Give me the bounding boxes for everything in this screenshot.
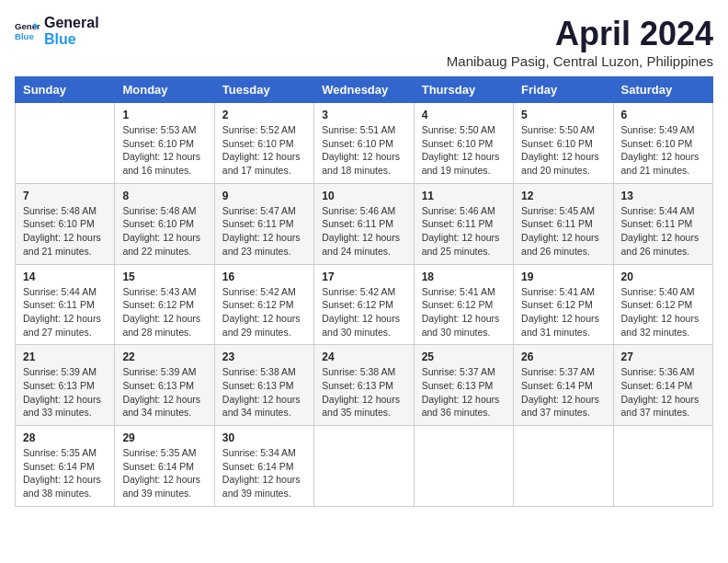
sunset: Sunset: 6:12 PM bbox=[422, 299, 494, 310]
sunrise: Sunrise: 5:43 AM bbox=[122, 286, 196, 297]
sunset: Sunset: 6:12 PM bbox=[521, 299, 593, 310]
sunrise: Sunrise: 5:51 AM bbox=[322, 124, 395, 135]
day-number: 1 bbox=[122, 109, 206, 121]
title-block: April 2024 Manibaug Pasig, Central Luzon… bbox=[447, 15, 713, 69]
header-cell-saturday: Saturday bbox=[613, 77, 712, 103]
daylight: Daylight: 12 hours and 34 minutes. bbox=[122, 394, 200, 419]
day-number: 10 bbox=[322, 190, 405, 202]
daylight: Daylight: 12 hours and 39 minutes. bbox=[122, 474, 200, 499]
day-number: 19 bbox=[521, 270, 605, 283]
day-number: 4 bbox=[422, 109, 506, 121]
day-number: 25 bbox=[422, 350, 506, 363]
day-info: Sunrise: 5:35 AM Sunset: 6:14 PM Dayligh… bbox=[23, 446, 107, 500]
daylight: Daylight: 12 hours and 37 minutes. bbox=[621, 394, 700, 419]
sunrise: Sunrise: 5:37 AM bbox=[521, 366, 595, 377]
day-number: 26 bbox=[521, 350, 605, 363]
calendar-cell: 2 Sunrise: 5:52 AM Sunset: 6:10 PM Dayli… bbox=[214, 103, 313, 184]
calendar-cell: 15 Sunrise: 5:43 AM Sunset: 6:12 PM Dayl… bbox=[115, 264, 214, 345]
calendar-table: SundayMondayTuesdayWednesdayThursdayFrid… bbox=[15, 76, 713, 507]
daylight: Daylight: 12 hours and 21 minutes. bbox=[621, 151, 700, 176]
sunrise: Sunrise: 5:44 AM bbox=[23, 286, 97, 297]
daylight: Daylight: 12 hours and 24 minutes. bbox=[322, 232, 400, 257]
sunset: Sunset: 6:14 PM bbox=[222, 461, 294, 472]
logo-line1: General bbox=[44, 15, 99, 31]
sunrise: Sunrise: 5:50 AM bbox=[422, 124, 495, 135]
header-row: SundayMondayTuesdayWednesdayThursdayFrid… bbox=[16, 77, 713, 103]
calendar-cell: 6 Sunrise: 5:49 AM Sunset: 6:10 PM Dayli… bbox=[613, 103, 712, 184]
sunset: Sunset: 6:10 PM bbox=[322, 138, 393, 149]
day-number: 29 bbox=[122, 431, 206, 444]
sunset: Sunset: 6:10 PM bbox=[222, 138, 294, 149]
daylight: Daylight: 12 hours and 30 minutes. bbox=[322, 313, 400, 338]
day-info: Sunrise: 5:46 AM Sunset: 6:11 PM Dayligh… bbox=[422, 204, 506, 259]
calendar-cell: 24 Sunrise: 5:38 AM Sunset: 6:13 PM Dayl… bbox=[314, 345, 414, 426]
sunrise: Sunrise: 5:46 AM bbox=[322, 205, 395, 216]
calendar-cell bbox=[613, 426, 712, 507]
daylight: Daylight: 12 hours and 27 minutes. bbox=[23, 313, 101, 338]
daylight: Daylight: 12 hours and 19 minutes. bbox=[422, 151, 500, 176]
sunrise: Sunrise: 5:34 AM bbox=[222, 447, 296, 458]
day-number: 11 bbox=[422, 190, 506, 202]
daylight: Daylight: 12 hours and 29 minutes. bbox=[222, 313, 301, 338]
day-number: 15 bbox=[122, 270, 206, 283]
day-info: Sunrise: 5:34 AM Sunset: 6:14 PM Dayligh… bbox=[222, 446, 306, 500]
sunset: Sunset: 6:12 PM bbox=[322, 299, 393, 310]
header-cell-thursday: Thursday bbox=[414, 77, 513, 103]
sunrise: Sunrise: 5:53 AM bbox=[122, 124, 196, 135]
daylight: Daylight: 12 hours and 18 minutes. bbox=[322, 151, 400, 176]
main-title: April 2024 bbox=[447, 15, 713, 53]
sunset: Sunset: 6:13 PM bbox=[222, 380, 294, 391]
sunrise: Sunrise: 5:49 AM bbox=[621, 124, 695, 135]
sunset: Sunset: 6:12 PM bbox=[122, 299, 194, 310]
sunset: Sunset: 6:14 PM bbox=[621, 380, 693, 391]
svg-text:Blue: Blue bbox=[15, 30, 34, 40]
day-number: 6 bbox=[621, 109, 705, 121]
day-number: 12 bbox=[521, 190, 605, 202]
sunset: Sunset: 6:10 PM bbox=[23, 218, 95, 229]
sunset: Sunset: 6:14 PM bbox=[23, 461, 95, 472]
sunrise: Sunrise: 5:38 AM bbox=[322, 366, 395, 377]
day-number: 24 bbox=[322, 350, 405, 363]
week-row-3: 14 Sunrise: 5:44 AM Sunset: 6:11 PM Dayl… bbox=[16, 264, 713, 345]
daylight: Daylight: 12 hours and 35 minutes. bbox=[322, 394, 400, 419]
sunrise: Sunrise: 5:37 AM bbox=[422, 366, 495, 377]
calendar-cell: 3 Sunrise: 5:51 AM Sunset: 6:10 PM Dayli… bbox=[314, 103, 414, 184]
calendar-cell: 21 Sunrise: 5:39 AM Sunset: 6:13 PM Dayl… bbox=[16, 345, 115, 426]
week-row-4: 21 Sunrise: 5:39 AM Sunset: 6:13 PM Dayl… bbox=[16, 345, 713, 426]
sunrise: Sunrise: 5:47 AM bbox=[222, 205, 296, 216]
header-cell-wednesday: Wednesday bbox=[314, 77, 414, 103]
calendar-cell: 25 Sunrise: 5:37 AM Sunset: 6:13 PM Dayl… bbox=[414, 345, 513, 426]
sunset: Sunset: 6:14 PM bbox=[122, 461, 194, 472]
sunrise: Sunrise: 5:39 AM bbox=[122, 366, 196, 377]
sunset: Sunset: 6:10 PM bbox=[122, 218, 194, 229]
sunset: Sunset: 6:11 PM bbox=[23, 299, 95, 310]
week-row-2: 7 Sunrise: 5:48 AM Sunset: 6:10 PM Dayli… bbox=[16, 183, 713, 264]
header-cell-sunday: Sunday bbox=[16, 77, 115, 103]
daylight: Daylight: 12 hours and 16 minutes. bbox=[122, 151, 200, 176]
calendar-cell: 29 Sunrise: 5:35 AM Sunset: 6:14 PM Dayl… bbox=[115, 426, 214, 507]
calendar-cell: 20 Sunrise: 5:40 AM Sunset: 6:12 PM Dayl… bbox=[613, 264, 712, 345]
calendar-cell: 28 Sunrise: 5:35 AM Sunset: 6:14 PM Dayl… bbox=[16, 426, 115, 507]
sunset: Sunset: 6:10 PM bbox=[122, 138, 194, 149]
day-number: 13 bbox=[621, 190, 705, 202]
sunrise: Sunrise: 5:39 AM bbox=[23, 366, 97, 377]
day-info: Sunrise: 5:43 AM Sunset: 6:12 PM Dayligh… bbox=[122, 285, 206, 339]
daylight: Daylight: 12 hours and 31 minutes. bbox=[521, 313, 599, 338]
sunset: Sunset: 6:13 PM bbox=[422, 380, 494, 391]
day-number: 5 bbox=[521, 109, 605, 121]
day-number: 21 bbox=[23, 350, 107, 363]
day-info: Sunrise: 5:48 AM Sunset: 6:10 PM Dayligh… bbox=[23, 204, 107, 259]
calendar-cell: 17 Sunrise: 5:42 AM Sunset: 6:12 PM Dayl… bbox=[314, 264, 414, 345]
header-cell-monday: Monday bbox=[115, 77, 214, 103]
sunrise: Sunrise: 5:42 AM bbox=[222, 286, 296, 297]
day-info: Sunrise: 5:47 AM Sunset: 6:11 PM Dayligh… bbox=[222, 204, 306, 259]
sunrise: Sunrise: 5:48 AM bbox=[122, 205, 196, 216]
day-number: 18 bbox=[422, 270, 506, 283]
daylight: Daylight: 12 hours and 26 minutes. bbox=[621, 232, 700, 257]
daylight: Daylight: 12 hours and 23 minutes. bbox=[222, 232, 301, 257]
sunset: Sunset: 6:12 PM bbox=[621, 299, 693, 310]
day-info: Sunrise: 5:50 AM Sunset: 6:10 PM Dayligh… bbox=[521, 123, 605, 178]
sunset: Sunset: 6:14 PM bbox=[521, 380, 593, 391]
day-info: Sunrise: 5:41 AM Sunset: 6:12 PM Dayligh… bbox=[422, 285, 506, 339]
calendar-cell: 27 Sunrise: 5:36 AM Sunset: 6:14 PM Dayl… bbox=[613, 345, 712, 426]
